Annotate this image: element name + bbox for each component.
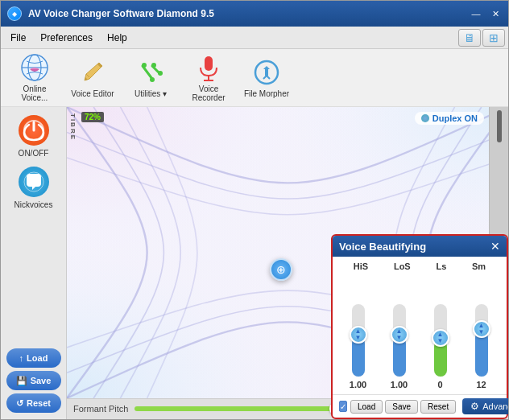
his-value: 1.00 bbox=[350, 380, 366, 389]
toolbar-voice-recorder[interactable]: Voice Recorder bbox=[181, 53, 236, 103]
reset-button[interactable]: ↺ Reset bbox=[6, 393, 61, 413]
his-thumb[interactable]: ▲▼ bbox=[350, 326, 367, 344]
ls-thumb[interactable]: ▲▼ bbox=[432, 329, 449, 347]
sm-header: Sm bbox=[472, 261, 486, 271]
nickvoices-button[interactable]: Nickvoices bbox=[8, 165, 60, 210]
menu-file[interactable]: File bbox=[4, 30, 32, 46]
duplex-dot bbox=[421, 114, 429, 122]
advanced-button[interactable]: ⚙ Advanced bbox=[462, 398, 508, 414]
online-voice-label: Online Voice... bbox=[10, 84, 59, 102]
save-button[interactable]: 💾 Save bbox=[6, 371, 61, 390]
duplex-badge: Duplex ON bbox=[415, 112, 484, 125]
svg-rect-10 bbox=[205, 56, 213, 71]
gear-icon: ⚙ bbox=[470, 401, 479, 412]
main-content: ON/OFF Nickvoices ↑ Load bbox=[1, 107, 508, 419]
onoff-button[interactable]: ON/OFF bbox=[8, 113, 60, 159]
ls-col: ▲▼ 0 bbox=[423, 304, 457, 389]
toolbar-utilities[interactable]: Utilities ▾ bbox=[123, 53, 178, 103]
toolbar-voice-editor[interactable]: Voice Editor bbox=[65, 53, 120, 103]
left-panel: ON/OFF Nickvoices ↑ Load bbox=[1, 107, 67, 419]
vb-title: Voice Beautifying bbox=[339, 241, 426, 253]
action-buttons: ↑ Load 💾 Save ↺ Reset bbox=[4, 348, 63, 413]
online-voice-icon bbox=[20, 53, 49, 82]
vb-reset-button[interactable]: Reset bbox=[420, 400, 456, 414]
toolbar: Online Voice... Voice Editor bbox=[1, 49, 508, 107]
voice-recorder-label: Voice Recorder bbox=[184, 84, 233, 102]
close-button[interactable]: ✕ bbox=[489, 7, 502, 20]
file-morpher-icon bbox=[252, 58, 281, 87]
ls-slider[interactable]: ▲▼ bbox=[434, 304, 447, 377]
sm-slider[interactable]: ▲▼ bbox=[475, 304, 488, 377]
chat-icon bbox=[19, 167, 49, 197]
tibre-label: TIBRE bbox=[68, 113, 77, 141]
ls-value: 0 bbox=[437, 380, 442, 389]
vb-load-button[interactable]: Load bbox=[350, 400, 383, 414]
his-col: ▲▼ 1.00 bbox=[341, 304, 375, 389]
power-icon bbox=[19, 115, 49, 146]
los-slider[interactable]: ▲▼ bbox=[393, 304, 406, 377]
sm-value: 12 bbox=[476, 380, 486, 389]
vb-checkbox[interactable]: ✓ bbox=[339, 401, 347, 412]
load-button[interactable]: ↑ Load bbox=[6, 348, 61, 368]
app-icon bbox=[7, 6, 22, 21]
scrollbar-thumb bbox=[497, 110, 502, 142]
voice-editor-icon bbox=[78, 58, 107, 87]
svg-point-6 bbox=[142, 63, 147, 68]
voice-editor-label: Voice Editor bbox=[71, 89, 114, 98]
voice-recorder-icon bbox=[194, 53, 223, 82]
utilities-icon bbox=[136, 58, 165, 87]
menu-icon-2[interactable]: ⊞ bbox=[482, 29, 505, 47]
percent-badge: 72% bbox=[81, 112, 104, 122]
toolbar-file-morpher[interactable]: File Morpher bbox=[239, 53, 294, 103]
ls-header: Ls bbox=[436, 261, 446, 271]
svg-line-4 bbox=[143, 66, 152, 79]
file-morpher-label: File Morpher bbox=[244, 89, 289, 98]
nickvoices-label: Nickvoices bbox=[14, 200, 53, 209]
vb-col-headers: HiS LoS Ls Sm bbox=[341, 261, 499, 271]
sm-thumb[interactable]: ▲▼ bbox=[473, 320, 490, 338]
sm-col: ▲▼ 12 bbox=[464, 304, 499, 389]
his-header: HiS bbox=[354, 261, 368, 271]
minimize-button[interactable]: — bbox=[470, 7, 482, 20]
los-col: ▲▼ 1.00 bbox=[382, 304, 416, 389]
svg-point-9 bbox=[158, 71, 163, 76]
toolbar-online-voice[interactable]: Online Voice... bbox=[7, 53, 62, 103]
vb-footer: ✓ Load Save Reset ⚙ Advanced bbox=[333, 394, 507, 418]
svg-point-8 bbox=[151, 63, 156, 68]
voice-beautifying-panel: Voice Beautifying ✕ HiS LoS Ls Sm bbox=[331, 234, 508, 419]
formant-label: Formant Pitch bbox=[73, 404, 128, 414]
los-thumb[interactable]: ▲▼ bbox=[391, 326, 408, 344]
utilities-label: Utilities ▾ bbox=[134, 89, 167, 98]
vb-save-button[interactable]: Save bbox=[385, 400, 418, 414]
menu-icon-1[interactable]: 🖥 bbox=[458, 29, 481, 47]
sm-fill bbox=[475, 331, 488, 377]
menu-help[interactable]: Help bbox=[101, 30, 134, 46]
center-area: TIBRE 72% Duplex ON PITCH 161% ⊕ bbox=[67, 107, 508, 419]
menu-bar: File Preferences Help 🖥 ⊞ bbox=[1, 27, 508, 49]
his-slider[interactable]: ▲▼ bbox=[352, 304, 365, 377]
svg-point-7 bbox=[150, 77, 155, 82]
vb-header: Voice Beautifying ✕ bbox=[333, 236, 507, 257]
vb-close-button[interactable]: ✕ bbox=[490, 240, 500, 253]
onoff-label: ON/OFF bbox=[19, 149, 49, 158]
vb-footer-buttons: Load Save Reset bbox=[350, 400, 456, 414]
los-value: 1.00 bbox=[391, 380, 408, 389]
app-title: AV Voice Changer Software Diamond 9.5 bbox=[28, 8, 463, 19]
title-bar: AV Voice Changer Software Diamond 9.5 — … bbox=[1, 1, 508, 27]
vb-sliders: ▲▼ 1.00 ▲▼ bbox=[341, 274, 499, 389]
app-window: AV Voice Changer Software Diamond 9.5 — … bbox=[0, 0, 509, 420]
vb-body: HiS LoS Ls Sm ▲▼ bbox=[333, 257, 507, 394]
menu-preferences[interactable]: Preferences bbox=[34, 30, 99, 46]
los-header: LoS bbox=[394, 261, 411, 271]
